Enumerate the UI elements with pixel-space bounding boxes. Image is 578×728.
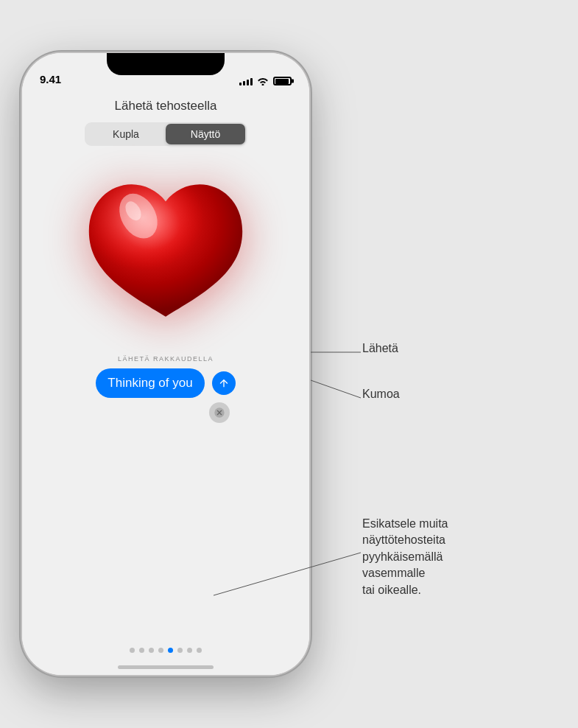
cancel-row — [22, 402, 309, 423]
message-bubble: Thinking of you — [96, 368, 204, 398]
segment-control[interactable]: Kupla Näyttö — [85, 122, 247, 146]
phone: 9.41 Lähetä tehosteella — [22, 53, 309, 675]
cancel-button[interactable] — [209, 402, 230, 423]
love-label: LÄHETÄ RAKKAUDELLA — [118, 355, 214, 363]
status-time: 9.41 — [40, 73, 61, 85]
dot-3[interactable] — [149, 648, 154, 653]
dots-pagination — [130, 648, 202, 653]
heart-3d — [77, 172, 254, 334]
status-icons — [239, 77, 292, 85]
annotations-panel: Lähetä Kumoa Esikatsele muita näyttöteho… — [317, 0, 567, 728]
cancel-annotation: Kumoa — [362, 386, 400, 402]
scene: 9.41 Lähetä tehosteella — [0, 0, 578, 728]
send-annotation: Lähetä — [362, 340, 398, 357]
signal-bar-2 — [243, 81, 245, 85]
wifi-icon — [257, 77, 269, 85]
swipe-annotation-text: Esikatsele muita näyttötehosteita pyyhkä… — [362, 517, 448, 596]
dot-4[interactable] — [158, 648, 163, 653]
send-button[interactable] — [212, 371, 236, 395]
signal-bars-icon — [239, 77, 253, 85]
notch — [107, 53, 225, 75]
battery-fill — [275, 79, 289, 84]
signal-bar-1 — [239, 83, 242, 85]
signal-bar-3 — [247, 80, 249, 85]
dot-1[interactable] — [130, 648, 135, 653]
send-with-effect-title: Lähetä tehosteella — [85, 99, 247, 113]
dot-6[interactable] — [177, 648, 183, 653]
dot-7[interactable] — [187, 648, 192, 653]
header-area: Lähetä tehosteella Kupla Näyttö — [85, 99, 247, 146]
heart-container — [55, 153, 276, 352]
send-annotation-text: Lähetä — [362, 342, 398, 354]
battery-icon — [273, 77, 292, 85]
swipe-annotation: Esikatsele muita näyttötehosteita pyyhkä… — [362, 516, 448, 598]
message-row: Thinking of you — [96, 368, 235, 398]
segment-naytto[interactable]: Näyttö — [166, 124, 245, 144]
dot-2[interactable] — [139, 648, 144, 653]
dot-5[interactable] — [168, 648, 173, 653]
dot-8[interactable] — [197, 648, 202, 653]
cancel-annotation-text: Kumoa — [362, 388, 400, 400]
svg-line-6 — [311, 380, 361, 398]
segment-bubble[interactable]: Kupla — [86, 124, 166, 144]
screen-content: Lähetä tehosteella Kupla Näyttö — [22, 53, 309, 675]
signal-bar-4 — [250, 78, 253, 85]
heart-area: LÄHETÄ RAKKAUDELLA Thinking of you — [22, 153, 309, 430]
home-indicator — [118, 665, 214, 669]
